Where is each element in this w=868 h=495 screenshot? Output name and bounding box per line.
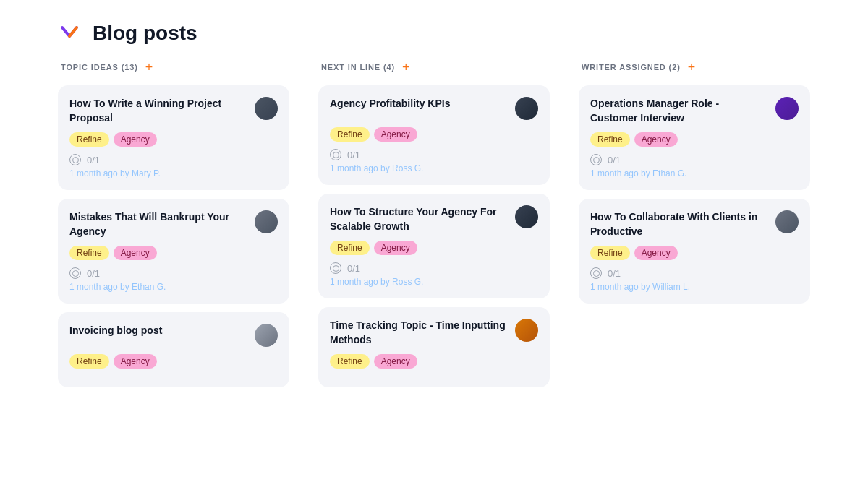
card-tags-card-7: RefineAgency [590, 132, 799, 147]
card-footer-card-7: 0/1 [590, 154, 799, 165]
column-writer-assigned: WRITER ASSIGNED (2)+Operations Manager R… [564, 61, 825, 396]
page-title: Blog posts [93, 22, 197, 45]
card-top-card-6: Time Tracking Topic - Time Inputting Met… [330, 319, 538, 347]
card-meta: 1 month ago by Ross G. [330, 277, 538, 287]
card-top-card-1: How To Write a Winning Project Proposal [69, 97, 278, 125]
card-card-8[interactable]: How To Collaborate With Clients in Produ… [579, 199, 810, 304]
tag-refine: Refine [590, 132, 630, 147]
card-card-7[interactable]: Operations Manager Role - Customer Inter… [579, 85, 810, 190]
tag-agency: Agency [114, 246, 157, 260]
column-title-writer-assigned: WRITER ASSIGNED (2) [582, 63, 681, 72]
card-footer-card-1: 0/1 [69, 154, 278, 165]
avatar [255, 324, 278, 347]
card-title-card-3: Invoicing blog post [69, 324, 255, 338]
card-top-card-4: Agency Profitability KPIs [330, 97, 538, 120]
avatar [515, 97, 538, 120]
card-meta: 1 month ago by Mary P. [69, 168, 278, 178]
card-card-1[interactable]: How To Write a Winning Project ProposalR… [58, 85, 289, 190]
tag-refine: Refine [330, 241, 370, 255]
tag-agency: Agency [634, 132, 678, 147]
card-top-card-8: How To Collaborate With Clients in Produ… [590, 210, 799, 238]
task-count: 0/1 [87, 268, 100, 279]
card-tags-card-6: RefineAgency [330, 354, 538, 369]
column-add-button-topic-ideas[interactable]: + [144, 61, 155, 74]
tag-refine: Refine [330, 354, 370, 369]
card-title-card-2: Mistakes That Will Bankrupt Your Agency [69, 210, 255, 238]
tag-agency: Agency [114, 354, 157, 369]
avatar [515, 319, 538, 342]
card-title-card-5: How To Structure Your Agency For Scalabl… [330, 205, 515, 233]
tag-agency: Agency [634, 246, 678, 260]
column-title-topic-ideas: TOPIC IDEAS (13) [61, 63, 138, 72]
kanban-board: TOPIC IDEAS (13)+How To Write a Winning … [0, 61, 868, 396]
column-header-next-in-line: NEXT IN LINE (4)+ [318, 61, 550, 74]
task-count: 0/1 [608, 155, 621, 165]
column-title-next-in-line: NEXT IN LINE (4) [321, 63, 395, 72]
card-top-card-3: Invoicing blog post [69, 324, 278, 347]
card-card-6[interactable]: Time Tracking Topic - Time Inputting Met… [318, 307, 550, 387]
tag-refine: Refine [69, 132, 109, 147]
card-meta: 1 month ago by Ross G. [330, 163, 538, 173]
card-card-3[interactable]: Invoicing blog postRefineAgency [58, 312, 289, 387]
card-top-card-5: How To Structure Your Agency For Scalabl… [330, 205, 538, 233]
card-title-card-1: How To Write a Winning Project Proposal [69, 97, 255, 125]
avatar [515, 205, 538, 228]
card-tags-card-4: RefineAgency [330, 127, 538, 142]
card-title-card-8: How To Collaborate With Clients in Produ… [590, 210, 775, 238]
check-icon [330, 262, 341, 274]
card-top-card-2: Mistakes That Will Bankrupt Your Agency [69, 210, 278, 238]
card-footer-card-8: 0/1 [590, 267, 799, 279]
task-count: 0/1 [87, 155, 100, 165]
tag-agency: Agency [374, 354, 417, 369]
task-count: 0/1 [347, 150, 360, 160]
card-footer-card-4: 0/1 [330, 149, 538, 160]
card-tags-card-3: RefineAgency [69, 354, 278, 369]
card-meta: 1 month ago by William L. [590, 282, 799, 292]
tag-agency: Agency [114, 132, 157, 147]
card-card-4[interactable]: Agency Profitability KPIsRefineAgency0/1… [318, 85, 550, 185]
card-title-card-7: Operations Manager Role - Customer Inter… [590, 97, 775, 125]
check-icon [69, 267, 81, 279]
column-next-in-line: NEXT IN LINE (4)+Agency Profitability KP… [304, 61, 564, 396]
card-card-5[interactable]: How To Structure Your Agency For Scalabl… [318, 194, 550, 298]
avatar [775, 210, 799, 233]
task-count: 0/1 [608, 268, 621, 279]
column-add-button-next-in-line[interactable]: + [401, 61, 412, 74]
column-header-topic-ideas: TOPIC IDEAS (13)+ [58, 61, 289, 74]
card-tags-card-5: RefineAgency [330, 241, 538, 255]
tag-agency: Agency [374, 127, 417, 142]
avatar [255, 210, 278, 233]
tag-agency: Agency [374, 241, 417, 255]
tag-refine: Refine [69, 246, 109, 260]
column-topic-ideas: TOPIC IDEAS (13)+How To Write a Winning … [43, 61, 304, 396]
avatar [775, 97, 799, 120]
page-header: Blog posts [0, 0, 868, 61]
tag-refine: Refine [590, 246, 630, 260]
check-icon [590, 267, 602, 279]
card-footer-card-5: 0/1 [330, 262, 538, 274]
task-count: 0/1 [347, 263, 360, 274]
card-card-2[interactable]: Mistakes That Will Bankrupt Your AgencyR… [58, 199, 289, 304]
column-header-writer-assigned: WRITER ASSIGNED (2)+ [579, 61, 810, 74]
card-tags-card-1: RefineAgency [69, 132, 278, 147]
card-title-card-4: Agency Profitability KPIs [330, 97, 515, 111]
card-tags-card-8: RefineAgency [590, 246, 799, 260]
tag-refine: Refine [69, 354, 109, 369]
card-footer-card-2: 0/1 [69, 267, 278, 279]
card-top-card-7: Operations Manager Role - Customer Inter… [590, 97, 799, 125]
logo-icon [58, 20, 84, 46]
tag-refine: Refine [330, 127, 370, 142]
card-meta: 1 month ago by Ethan G. [590, 168, 799, 178]
avatar [255, 97, 278, 120]
check-icon [69, 154, 81, 165]
column-add-button-writer-assigned[interactable]: + [686, 61, 697, 74]
check-icon [330, 149, 341, 160]
check-icon [590, 154, 602, 165]
card-meta: 1 month ago by Ethan G. [69, 282, 278, 292]
card-title-card-6: Time Tracking Topic - Time Inputting Met… [330, 319, 515, 347]
card-tags-card-2: RefineAgency [69, 246, 278, 260]
